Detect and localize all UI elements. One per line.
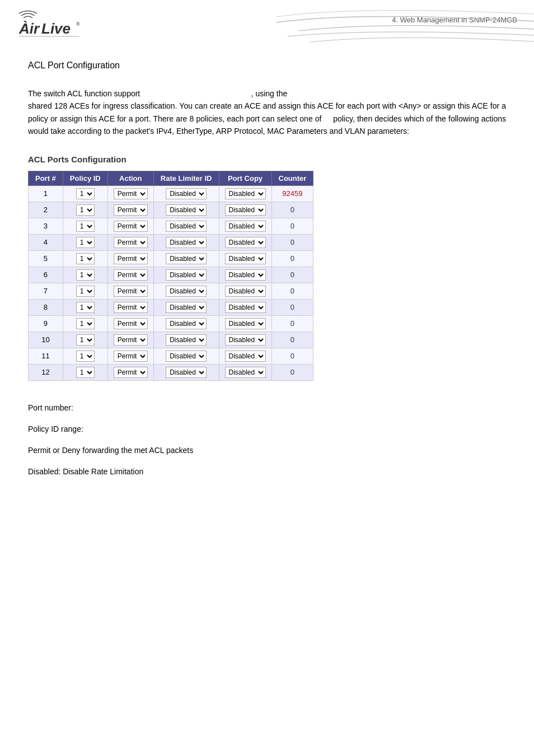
cell-action[interactable]: PermitDeny [107, 332, 153, 348]
rate-limiter-select[interactable]: Disabled [166, 318, 207, 329]
action-select[interactable]: PermitDeny [114, 367, 148, 378]
policy-select[interactable]: 12345678 [76, 318, 95, 329]
cell-port-copy[interactable]: Disabled [219, 315, 271, 332]
cell-rate-limiter[interactable]: Disabled [153, 202, 219, 218]
port-copy-select[interactable]: Disabled [225, 204, 266, 216]
action-select[interactable]: PermitDeny [114, 318, 148, 329]
port-copy-select[interactable]: Disabled [225, 302, 266, 313]
table-row: 412345678PermitDenyDisabledDisabled0 [29, 234, 313, 250]
action-select[interactable]: PermitDeny [114, 334, 148, 346]
cell-rate-limiter[interactable]: Disabled [153, 185, 219, 202]
cell-policy[interactable]: 12345678 [63, 283, 107, 299]
cell-rate-limiter[interactable]: Disabled [153, 315, 219, 332]
rate-limiter-select[interactable]: Disabled [166, 221, 207, 232]
cell-policy[interactable]: 12345678 [63, 218, 107, 234]
cell-action[interactable]: PermitDeny [107, 315, 153, 332]
cell-policy[interactable]: 12345678 [63, 267, 107, 283]
port-copy-select[interactable]: Disabled [225, 367, 266, 378]
cell-port-copy[interactable]: Disabled [219, 348, 271, 364]
cell-policy[interactable]: 12345678 [63, 299, 107, 315]
rate-limiter-select[interactable]: Disabled [166, 269, 207, 281]
cell-policy[interactable]: 12345678 [63, 250, 107, 267]
action-select[interactable]: PermitDeny [114, 286, 148, 297]
action-select[interactable]: PermitDeny [114, 204, 148, 216]
col-header-action: Action [107, 171, 153, 185]
rate-limiter-select[interactable]: Disabled [166, 204, 207, 216]
port-copy-select[interactable]: Disabled [225, 286, 266, 297]
cell-rate-limiter[interactable]: Disabled [153, 234, 219, 250]
footnote-port-number: Port number: [28, 403, 506, 412]
cell-rate-limiter[interactable]: Disabled [153, 348, 219, 364]
port-copy-select[interactable]: Disabled [225, 334, 266, 346]
port-copy-select[interactable]: Disabled [225, 351, 266, 362]
cell-rate-limiter[interactable]: Disabled [153, 267, 219, 283]
policy-select[interactable]: 12345678 [76, 269, 95, 281]
rate-limiter-select[interactable]: Disabled [166, 367, 207, 378]
cell-port-copy[interactable]: Disabled [219, 250, 271, 267]
port-copy-select[interactable]: Disabled [225, 269, 266, 281]
policy-select[interactable]: 12345678 [76, 286, 95, 297]
port-copy-select[interactable]: Disabled [225, 237, 266, 248]
cell-counter: 0 [271, 348, 313, 364]
cell-port-copy[interactable]: Disabled [219, 202, 271, 218]
cell-action[interactable]: PermitDeny [107, 348, 153, 364]
policy-select[interactable]: 12345678 [76, 204, 95, 216]
action-select[interactable]: PermitDeny [114, 188, 148, 199]
cell-rate-limiter[interactable]: Disabled [153, 332, 219, 348]
cell-action[interactable]: PermitDeny [107, 364, 153, 380]
cell-port-copy[interactable]: Disabled [219, 332, 271, 348]
action-select[interactable]: PermitDeny [114, 253, 148, 264]
policy-select[interactable]: 12345678 [76, 367, 95, 378]
cell-policy[interactable]: 12345678 [63, 364, 107, 380]
cell-policy[interactable]: 12345678 [63, 315, 107, 332]
cell-action[interactable]: PermitDeny [107, 299, 153, 315]
policy-select[interactable]: 12345678 [76, 253, 95, 264]
cell-port-copy[interactable]: Disabled [219, 234, 271, 250]
action-select[interactable]: PermitDeny [114, 302, 148, 313]
rate-limiter-select[interactable]: Disabled [166, 237, 207, 248]
port-copy-select[interactable]: Disabled [225, 253, 266, 264]
rate-limiter-select[interactable]: Disabled [166, 188, 207, 199]
cell-action[interactable]: PermitDeny [107, 234, 153, 250]
cell-rate-limiter[interactable]: Disabled [153, 218, 219, 234]
cell-policy[interactable]: 12345678 [63, 348, 107, 364]
cell-action[interactable]: PermitDeny [107, 250, 153, 267]
cell-policy[interactable]: 12345678 [63, 332, 107, 348]
cell-rate-limiter[interactable]: Disabled [153, 364, 219, 380]
cell-port-copy[interactable]: Disabled [219, 218, 271, 234]
cell-port-copy[interactable]: Disabled [219, 364, 271, 380]
policy-select[interactable]: 12345678 [76, 334, 95, 346]
policy-select[interactable]: 12345678 [76, 351, 95, 362]
cell-action[interactable]: PermitDeny [107, 185, 153, 202]
cell-policy[interactable]: 12345678 [63, 234, 107, 250]
rate-limiter-select[interactable]: Disabled [166, 286, 207, 297]
cell-port-copy[interactable]: Disabled [219, 185, 271, 202]
cell-action[interactable]: PermitDeny [107, 267, 153, 283]
cell-policy[interactable]: 12345678 [63, 185, 107, 202]
policy-select[interactable]: 12345678 [76, 237, 95, 248]
cell-rate-limiter[interactable]: Disabled [153, 299, 219, 315]
cell-rate-limiter[interactable]: Disabled [153, 250, 219, 267]
rate-limiter-select[interactable]: Disabled [166, 253, 207, 264]
policy-select[interactable]: 12345678 [76, 188, 95, 199]
cell-port-copy[interactable]: Disabled [219, 267, 271, 283]
port-copy-select[interactable]: Disabled [225, 221, 266, 232]
cell-action[interactable]: PermitDeny [107, 202, 153, 218]
cell-action[interactable]: PermitDeny [107, 283, 153, 299]
policy-select[interactable]: 12345678 [76, 302, 95, 313]
action-select[interactable]: PermitDeny [114, 221, 148, 232]
rate-limiter-select[interactable]: Disabled [166, 302, 207, 313]
cell-action[interactable]: PermitDeny [107, 218, 153, 234]
cell-policy[interactable]: 12345678 [63, 202, 107, 218]
cell-port-copy[interactable]: Disabled [219, 299, 271, 315]
action-select[interactable]: PermitDeny [114, 351, 148, 362]
action-select[interactable]: PermitDeny [114, 269, 148, 281]
rate-limiter-select[interactable]: Disabled [166, 334, 207, 346]
action-select[interactable]: PermitDeny [114, 237, 148, 248]
port-copy-select[interactable]: Disabled [225, 318, 266, 329]
port-copy-select[interactable]: Disabled [225, 188, 266, 199]
policy-select[interactable]: 12345678 [76, 221, 95, 232]
cell-rate-limiter[interactable]: Disabled [153, 283, 219, 299]
rate-limiter-select[interactable]: Disabled [166, 351, 207, 362]
cell-port-copy[interactable]: Disabled [219, 283, 271, 299]
